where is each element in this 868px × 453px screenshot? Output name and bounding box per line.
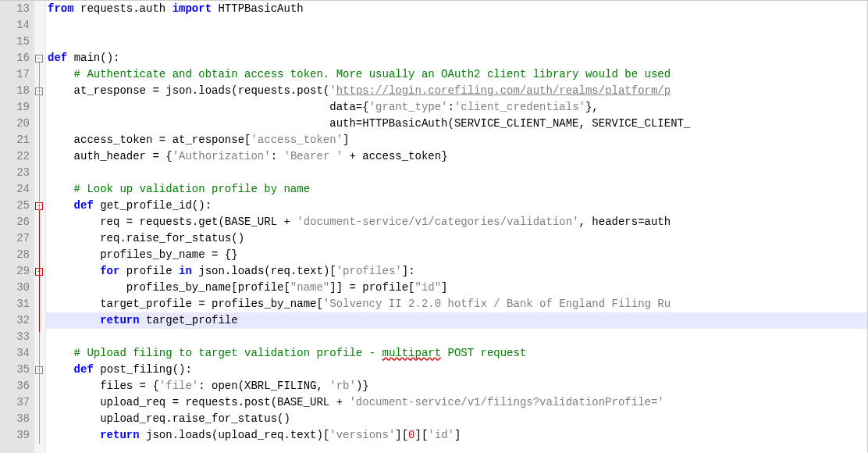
code-line[interactable]: def post_filing():	[46, 362, 867, 378]
line-number: 23	[0, 165, 30, 181]
code-area[interactable]: from requests.auth import HTTPBasicAuthd…	[46, 1, 867, 453]
line-number: 17	[0, 66, 30, 83]
line-number: 36	[0, 378, 30, 394]
code-line[interactable]: req = requests.get(BASE_URL + 'document-…	[46, 214, 867, 230]
line-number: 26	[0, 214, 30, 230]
line-number: 28	[0, 247, 30, 263]
code-line[interactable]: access_token = at_response['access_token…	[46, 132, 867, 148]
line-number-gutter: 1314151617181920212223242526272829303132…	[0, 1, 34, 453]
line-number: 30	[0, 280, 30, 296]
fold-toggle-icon[interactable]: −	[35, 55, 43, 62]
line-number: 19	[0, 99, 30, 116]
line-number: 15	[0, 34, 30, 50]
line-number: 18	[0, 83, 30, 99]
line-number: 32	[0, 312, 30, 329]
code-line[interactable]: from requests.auth import HTTPBasicAuth	[46, 1, 867, 17]
code-line[interactable]: auth_header = {'Authorization': 'Bearer …	[46, 148, 867, 165]
line-number: 24	[0, 181, 30, 198]
line-number: 35	[0, 362, 30, 378]
code-line[interactable]: upload_req.raise_for_status()	[46, 411, 867, 427]
code-line[interactable]: def get_profile_id():	[46, 198, 867, 214]
code-line[interactable]: target_profile = profiles_by_name['Solve…	[46, 296, 867, 312]
line-number: 14	[0, 17, 30, 34]
code-line[interactable]: at_response = json.loads(requests.post('…	[46, 83, 867, 99]
line-number: 13	[0, 1, 30, 17]
line-number: 22	[0, 148, 30, 165]
line-number: 38	[0, 411, 30, 427]
code-line[interactable]	[46, 329, 867, 345]
code-line[interactable]	[46, 165, 867, 181]
fold-guide	[39, 276, 40, 299]
line-number: 21	[0, 132, 30, 148]
code-line[interactable]: upload_req = requests.post(BASE_URL + 'd…	[46, 394, 867, 411]
code-editor[interactable]: 1314151617181920212223242526272829303132…	[0, 0, 868, 453]
line-number: 16	[0, 50, 30, 66]
fold-column[interactable]: −−−−−	[34, 1, 46, 453]
code-line[interactable]: return json.loads(upload_req.text)['vers…	[46, 427, 867, 444]
code-line[interactable]: for profile in json.loads(req.text)['pro…	[46, 263, 867, 280]
code-line[interactable]: files = {'file': open(XBRL_FILING, 'rb')…	[46, 378, 867, 394]
line-number: 39	[0, 427, 30, 444]
line-number: 37	[0, 394, 30, 411]
code-line[interactable]: data={'grant_type':'client_credentials'}…	[46, 99, 867, 116]
fold-guide	[39, 210, 40, 332]
line-number: 20	[0, 116, 30, 132]
code-line[interactable]: profiles_by_name[profile["name"]] = prof…	[46, 280, 867, 296]
line-number: 25	[0, 198, 30, 214]
line-number: 31	[0, 296, 30, 312]
code-line[interactable]: # Look up validation profile by name	[46, 181, 867, 198]
code-line[interactable]: # Authenticate and obtain access token. …	[46, 66, 867, 83]
code-line[interactable]	[46, 17, 867, 34]
line-number: 27	[0, 230, 30, 247]
line-number: 34	[0, 345, 30, 362]
code-line[interactable]: auth=HTTPBasicAuth(SERVICE_CLIENT_NAME, …	[46, 116, 867, 132]
code-line[interactable]: # Upload filing to target validation pro…	[46, 345, 867, 362]
code-line[interactable]	[46, 34, 867, 50]
line-number: 33	[0, 329, 30, 345]
line-number: 29	[0, 263, 30, 280]
code-line[interactable]: profiles_by_name = {}	[46, 247, 867, 263]
code-line[interactable]: req.raise_for_status()	[46, 230, 867, 247]
code-line[interactable]: return target_profile	[46, 312, 867, 329]
code-line[interactable]: def main():	[46, 50, 867, 66]
